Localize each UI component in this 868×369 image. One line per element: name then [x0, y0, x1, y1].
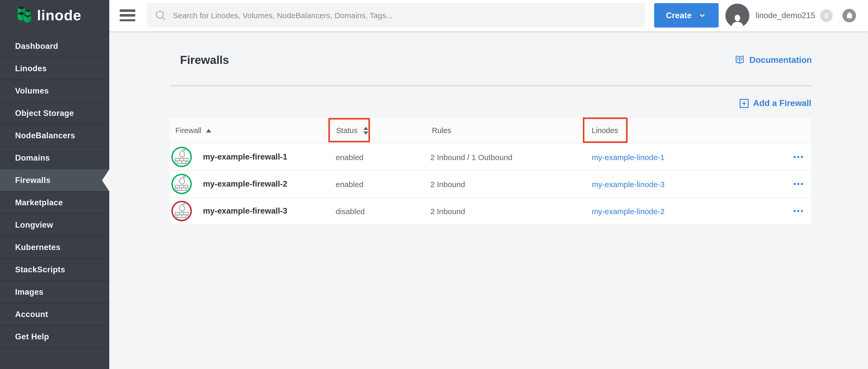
linode-logo-text: linode — [37, 6, 82, 26]
sidebar-item-get-help[interactable]: Get Help — [0, 325, 109, 348]
firewall-status: enabled — [336, 171, 364, 197]
table-row: my-example-firewall-1 enabled 2 Inbound … — [169, 144, 811, 170]
documentation-label: Documentation — [749, 55, 812, 65]
linode-logo[interactable]: linode — [13, 6, 82, 26]
column-label: Firewall — [175, 126, 202, 135]
main-content: Firewalls Documentation Add a Firewall F… — [109, 31, 868, 369]
search-input[interactable] — [173, 11, 638, 20]
table-row: my-example-firewall-3 disabled 2 Inbound… — [169, 198, 811, 224]
add-firewall-link[interactable]: Add a Firewall — [740, 98, 811, 108]
firewall-enabled-icon — [171, 171, 192, 197]
sidebar-item-label: NodeBalancers — [15, 131, 75, 140]
sidebar-item-label: Dashboard — [15, 41, 58, 51]
sidebar-item-label: Get Help — [15, 332, 49, 341]
sidebar-item-label: Object Storage — [15, 109, 74, 118]
sidebar-item-linodes[interactable]: Linodes — [0, 57, 109, 79]
sidebar-item-label: Account — [15, 310, 48, 319]
sort-icon — [363, 127, 368, 134]
column-header-firewall[interactable]: Firewall — [175, 118, 211, 143]
table-row: my-example-firewall-2 enabled 2 Inbound … — [169, 171, 811, 197]
linode-link[interactable]: my-example-linode-3 — [592, 171, 664, 197]
linode-logo-icon — [13, 6, 33, 26]
column-header-status[interactable]: Status — [336, 118, 368, 143]
sidebar-item-domains[interactable]: Domains — [0, 146, 109, 169]
sidebar-item-longview[interactable]: Longview — [0, 213, 109, 236]
hamburger-menu-button[interactable] — [120, 9, 135, 21]
action-menu-icon — [793, 183, 796, 185]
action-menu-icon — [793, 156, 796, 158]
sidebar-item-stackscripts[interactable]: StackScripts — [0, 258, 109, 281]
sidebar-nav: Dashboard Linodes Volumes Object Storage… — [0, 35, 109, 348]
firewall-rules: 2 Inbound / 1 Outbound — [430, 144, 512, 170]
column-label: Rules — [432, 126, 451, 135]
sidebar-item-label: StackScripts — [15, 265, 65, 274]
linode-link[interactable]: my-example-linode-2 — [592, 198, 664, 224]
username[interactable]: linode_demo215 — [755, 0, 815, 31]
firewall-status: disabled — [336, 198, 365, 224]
sidebar-item-images[interactable]: Images — [0, 281, 109, 303]
column-header-linodes: Linodes — [592, 118, 618, 143]
sort-ascending-icon — [206, 129, 211, 132]
row-action-menu-button[interactable] — [793, 171, 803, 197]
row-action-menu-button[interactable] — [793, 198, 803, 224]
column-label: Linodes — [592, 126, 618, 135]
firewall-disabled-icon — [171, 198, 192, 224]
search-icon — [154, 8, 167, 22]
create-button-label: Create — [666, 11, 692, 20]
plus-box-icon — [740, 99, 749, 108]
column-header-rules: Rules — [432, 118, 451, 143]
sidebar-item-nodebalancers[interactable]: NodeBalancers — [0, 124, 109, 146]
documentation-link[interactable]: Documentation — [734, 54, 812, 66]
search-bar — [147, 3, 645, 28]
create-button[interactable]: Create — [654, 3, 719, 28]
app-root: linode Dashboard Linodes Volumes Object … — [0, 0, 868, 369]
sidebar-item-marketplace[interactable]: Marketplace — [0, 191, 109, 213]
row-action-menu-button[interactable] — [793, 144, 803, 170]
firewall-status: enabled — [336, 144, 364, 170]
firewall-name: my-example-firewall-1 — [203, 144, 287, 170]
firewall-enabled-icon — [171, 144, 192, 170]
sidebar-item-label: Firewalls — [15, 176, 51, 185]
chevron-down-icon — [698, 11, 707, 20]
hamburger-menu-icon — [120, 9, 135, 12]
book-icon — [734, 54, 746, 66]
sidebar-item-volumes[interactable]: Volumes — [0, 79, 109, 102]
firewall-rules: 2 Inbound — [430, 198, 465, 224]
add-firewall-label: Add a Firewall — [753, 98, 811, 108]
action-menu-icon — [793, 210, 796, 212]
sidebar-item-account[interactable]: Account — [0, 303, 109, 325]
header-divider — [169, 85, 812, 86]
sidebar-item-dashboard[interactable]: Dashboard — [0, 35, 109, 57]
linode-link[interactable]: my-example-linode-1 — [592, 144, 664, 170]
topbar: Create linode_demo215 0 — [109, 0, 868, 31]
sidebar-item-label: Images — [15, 288, 43, 297]
sidebar: linode Dashboard Linodes Volumes Object … — [0, 0, 109, 369]
sidebar-item-label: Linodes — [15, 64, 47, 73]
sidebar-item-label: Volumes — [15, 86, 49, 96]
firewalls-table: Firewall Status Rules Linodes — [169, 118, 811, 224]
sidebar-item-label: Longview — [15, 221, 53, 230]
avatar[interactable] — [725, 4, 749, 28]
firewall-name: my-example-firewall-2 — [203, 171, 287, 197]
sidebar-item-label: Domains — [15, 153, 50, 163]
column-label: Status — [336, 126, 358, 135]
firewall-rules: 2 Inbound — [430, 171, 465, 197]
bell-icon — [845, 11, 853, 20]
sidebar-item-firewalls[interactable]: Firewalls — [0, 169, 109, 191]
sidebar-divider — [0, 348, 109, 348]
page-title: Firewalls — [180, 54, 229, 67]
firewall-name: my-example-firewall-3 — [203, 198, 287, 224]
notification-count-badge: 0 — [820, 9, 833, 22]
sidebar-item-label: Marketplace — [15, 198, 63, 207]
avatar-icon — [730, 13, 745, 28]
table-header-row: Firewall Status Rules Linodes — [169, 118, 811, 143]
sidebar-item-object-storage[interactable]: Object Storage — [0, 102, 109, 124]
sidebar-item-kubernetes[interactable]: Kubernetes — [0, 236, 109, 258]
notifications-bell-button[interactable] — [842, 9, 856, 22]
sidebar-item-label: Kubernetes — [15, 243, 61, 252]
